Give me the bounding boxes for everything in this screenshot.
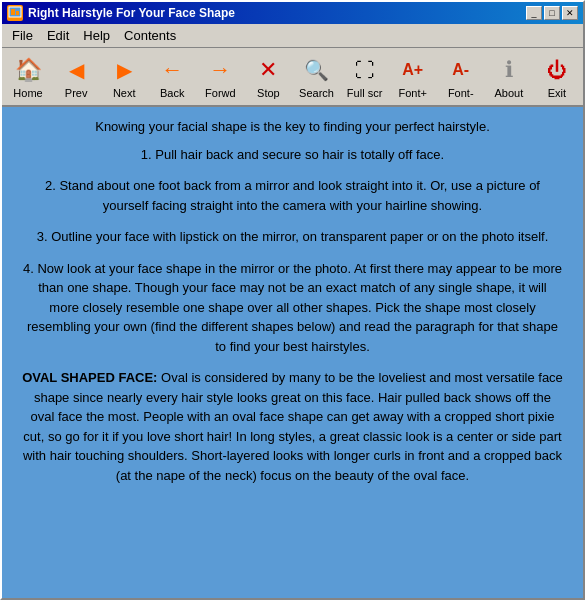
- forward-icon: [204, 54, 236, 86]
- menu-bar: File Edit Help Contents: [2, 24, 583, 48]
- menu-contents[interactable]: Contents: [118, 26, 182, 45]
- prev-label: Prev: [65, 87, 88, 99]
- maximize-button[interactable]: □: [544, 6, 560, 20]
- step-2: 2. Stand about one foot back from a mirr…: [22, 176, 563, 215]
- intro-text: Knowing your facial shape is the key to …: [22, 117, 563, 137]
- toolbar: Home Prev Next Back Forwd Stop Search F: [2, 48, 583, 107]
- exit-button[interactable]: Exit: [535, 51, 579, 102]
- menu-file[interactable]: File: [6, 26, 39, 45]
- stop-button[interactable]: Stop: [246, 51, 290, 102]
- window-title: Right Hairstyle For Your Face Shape: [28, 6, 235, 20]
- back-button[interactable]: Back: [150, 51, 194, 102]
- about-label: About: [494, 87, 523, 99]
- prev-icon: [60, 54, 92, 86]
- main-window: Right Hairstyle For Your Face Shape _ □ …: [0, 0, 585, 600]
- oval-text: Oval is considered by many to be the lov…: [23, 370, 563, 483]
- search-label: Search: [299, 87, 334, 99]
- main-content[interactable]: Knowing your facial shape is the key to …: [2, 107, 583, 598]
- forward-label: Forwd: [205, 87, 236, 99]
- home-label: Home: [13, 87, 42, 99]
- font-increase-icon: [397, 54, 429, 86]
- font-decrease-button[interactable]: Font-: [439, 51, 483, 102]
- close-button[interactable]: ✕: [562, 6, 578, 20]
- font-increase-button[interactable]: Font+: [391, 51, 435, 102]
- menu-help[interactable]: Help: [77, 26, 116, 45]
- oval-title: OVAL SHAPED FACE:: [22, 370, 157, 385]
- home-button[interactable]: Home: [6, 51, 50, 102]
- oval-section: OVAL SHAPED FACE: Oval is considered by …: [22, 368, 563, 485]
- forward-button[interactable]: Forwd: [198, 51, 242, 102]
- prev-button[interactable]: Prev: [54, 51, 98, 102]
- home-icon: [12, 54, 44, 86]
- search-button[interactable]: Search: [294, 51, 338, 102]
- about-icon: [493, 54, 525, 86]
- title-bar-left: Right Hairstyle For Your Face Shape: [7, 5, 235, 21]
- exit-label: Exit: [548, 87, 566, 99]
- fullscreen-button[interactable]: Full scr: [343, 51, 387, 102]
- stop-label: Stop: [257, 87, 280, 99]
- menu-edit[interactable]: Edit: [41, 26, 75, 45]
- svg-rect-1: [11, 9, 15, 15]
- window-icon: [7, 5, 23, 21]
- font-decrease-label: Font-: [448, 87, 474, 99]
- step-3: 3. Outline your face with lipstick on th…: [22, 227, 563, 247]
- font-decrease-icon: [445, 54, 477, 86]
- minimize-button[interactable]: _: [526, 6, 542, 20]
- step-1: 1. Pull hair back and secure so hair is …: [22, 145, 563, 165]
- font-increase-label: Font+: [398, 87, 426, 99]
- fullscreen-icon: [349, 54, 381, 86]
- fullscreen-label: Full scr: [347, 87, 382, 99]
- title-bar: Right Hairstyle For Your Face Shape _ □ …: [2, 2, 583, 24]
- title-controls: _ □ ✕: [526, 6, 578, 20]
- next-icon: [108, 54, 140, 86]
- next-button[interactable]: Next: [102, 51, 146, 102]
- search-icon: [301, 54, 333, 86]
- content-area: Knowing your facial shape is the key to …: [2, 107, 583, 598]
- svg-rect-2: [16, 11, 19, 15]
- step-4: 4. Now look at your face shape in the mi…: [22, 259, 563, 357]
- back-icon: [156, 54, 188, 86]
- back-label: Back: [160, 87, 184, 99]
- next-label: Next: [113, 87, 136, 99]
- stop-icon: [252, 54, 284, 86]
- exit-icon: [541, 54, 573, 86]
- about-button[interactable]: About: [487, 51, 531, 102]
